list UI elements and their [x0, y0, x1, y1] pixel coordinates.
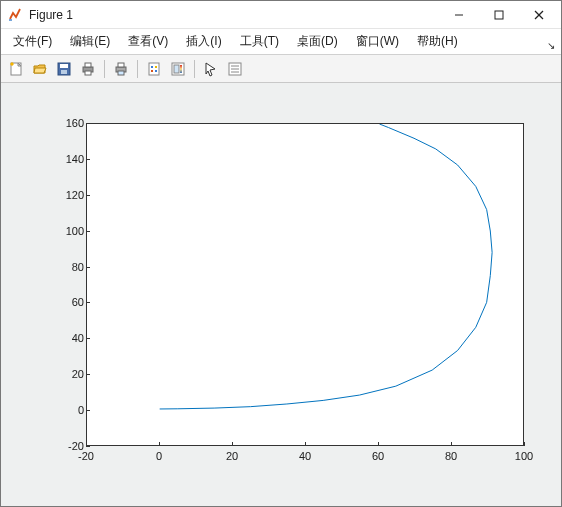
svg-rect-1: [495, 11, 503, 19]
menu-desktop[interactable]: 桌面(D): [289, 30, 346, 53]
y-tick: [86, 231, 90, 232]
window-controls: [439, 2, 559, 28]
y-tick-label: 20: [72, 368, 84, 380]
insert-colorbar-button[interactable]: [167, 58, 189, 80]
x-tick: [378, 442, 379, 446]
x-tick: [305, 442, 306, 446]
toolbar-separator: [137, 60, 138, 78]
y-tick-label: 80: [72, 261, 84, 273]
svg-rect-22: [180, 65, 182, 73]
menu-edit[interactable]: 编辑(E): [62, 30, 118, 53]
svg-rect-19: [155, 70, 157, 72]
svg-rect-11: [85, 71, 91, 75]
link-plot-button[interactable]: [143, 58, 165, 80]
x-tick: [232, 442, 233, 446]
y-tick: [86, 159, 90, 160]
plot-line: [87, 124, 523, 445]
toolbar-dropdown-icon[interactable]: ↘: [547, 40, 555, 51]
data-series: [160, 124, 492, 409]
x-tick: [451, 442, 452, 446]
svg-rect-15: [149, 63, 159, 75]
toolbar: [1, 55, 561, 83]
maximize-button[interactable]: [479, 2, 519, 28]
figure-canvas[interactable]: -20020406080100-20020406080100120140160: [1, 83, 561, 506]
y-tick: [86, 338, 90, 339]
axes: -20020406080100-20020406080100120140160: [41, 113, 536, 476]
menu-view[interactable]: 查看(V): [120, 30, 176, 53]
y-tick-label: 60: [72, 296, 84, 308]
y-tick-label: -20: [68, 440, 84, 452]
print-button[interactable]: [77, 58, 99, 80]
y-tick-label: 140: [66, 153, 84, 165]
svg-rect-7: [60, 64, 68, 68]
y-tick: [86, 195, 90, 196]
print-preview-button[interactable]: [110, 58, 132, 80]
x-tick-label: 60: [372, 450, 384, 462]
menu-file[interactable]: 文件(F): [5, 30, 60, 53]
window-title: Figure 1: [29, 8, 439, 22]
menubar: 文件(F) 编辑(E) 查看(V) 插入(I) 工具(T) 桌面(D) 窗口(W…: [1, 29, 561, 55]
toolbar-separator: [104, 60, 105, 78]
minimize-button[interactable]: [439, 2, 479, 28]
save-button[interactable]: [53, 58, 75, 80]
y-tick-label: 120: [66, 189, 84, 201]
y-tick: [86, 410, 90, 411]
x-tick: [159, 442, 160, 446]
y-tick-label: 40: [72, 332, 84, 344]
toolbar-separator: [194, 60, 195, 78]
svg-rect-8: [61, 70, 67, 74]
y-tick-label: 0: [78, 404, 84, 416]
y-tick: [86, 446, 90, 447]
svg-rect-21: [174, 65, 179, 73]
titlebar: Figure 1: [1, 1, 561, 29]
menu-insert[interactable]: 插入(I): [178, 30, 229, 53]
y-tick: [86, 123, 90, 124]
svg-rect-10: [85, 63, 91, 67]
plot-tools-button[interactable]: [224, 58, 246, 80]
svg-rect-13: [118, 63, 124, 67]
x-tick-label: 20: [226, 450, 238, 462]
matlab-logo-icon: [7, 7, 23, 23]
svg-rect-14: [118, 71, 124, 75]
svg-rect-18: [151, 70, 153, 72]
edit-plot-button[interactable]: [200, 58, 222, 80]
figure-window: Figure 1 文件(F) 编辑(E) 查看(V) 插入(I) 工具(T) 桌…: [0, 0, 562, 507]
menu-help[interactable]: 帮助(H): [409, 30, 466, 53]
svg-rect-17: [155, 66, 157, 68]
x-tick: [524, 442, 525, 446]
y-tick: [86, 374, 90, 375]
menu-tools[interactable]: 工具(T): [232, 30, 287, 53]
x-tick-label: 100: [515, 450, 533, 462]
x-tick-label: 40: [299, 450, 311, 462]
close-button[interactable]: [519, 2, 559, 28]
svg-rect-16: [151, 66, 153, 68]
axes-box: [86, 123, 524, 446]
menu-window[interactable]: 窗口(W): [348, 30, 407, 53]
y-tick: [86, 267, 90, 268]
x-tick-label: 0: [156, 450, 162, 462]
y-tick-label: 160: [66, 117, 84, 129]
x-tick-label: 80: [445, 450, 457, 462]
y-tick-label: 100: [66, 225, 84, 237]
y-tick: [86, 302, 90, 303]
new-figure-button[interactable]: [5, 58, 27, 80]
open-button[interactable]: [29, 58, 51, 80]
